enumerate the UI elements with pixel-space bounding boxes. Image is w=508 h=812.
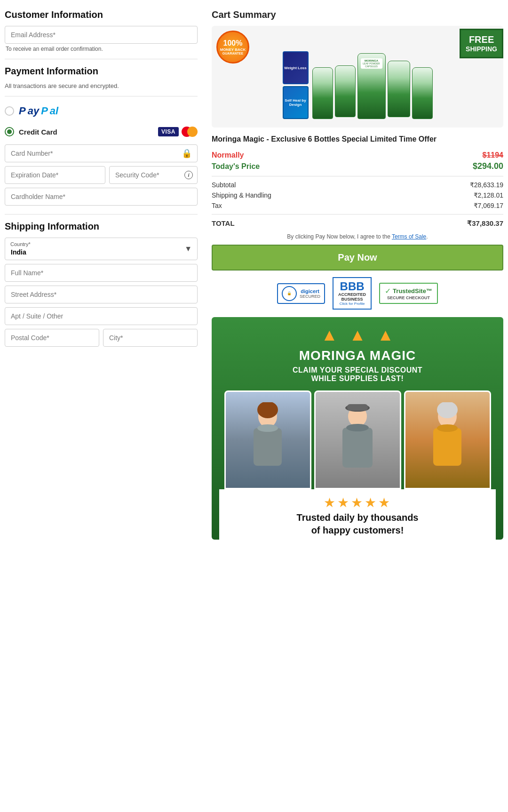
pay-now-button[interactable]: Pay Now xyxy=(212,245,503,271)
svg-point-11 xyxy=(437,424,458,432)
street-field[interactable] xyxy=(5,286,198,303)
credit-card-option[interactable]: Credit Card VISA xyxy=(5,125,198,139)
trusted-site-sub: SECURE CHECKOUT xyxy=(385,295,432,300)
right-column: Cart Summary 100% MONEY BACK GUARANTEE F… xyxy=(207,9,503,540)
email-field[interactable] xyxy=(5,26,198,44)
arrow-up-3: ▲ xyxy=(377,326,394,343)
visa-icon: VISA xyxy=(158,127,179,136)
digicert-badge: 🔒 digicert SECURED xyxy=(277,283,325,304)
subtotal-value: ₹28,633.19 xyxy=(470,181,503,189)
email-hint: To receive an email order confirmation. xyxy=(5,46,198,52)
stars: ★★★★★ xyxy=(223,495,492,510)
bbb-inner: BBB ACCREDITEDBUSINESS Click for Profile xyxy=(333,277,372,310)
shipping-info-title: Shipping Information xyxy=(5,221,198,232)
woman2-svg xyxy=(424,402,471,478)
promo-photo-man xyxy=(314,390,401,489)
bottle-side-2 xyxy=(412,67,433,119)
postal-city-row xyxy=(5,329,198,347)
normally-price: $1194 xyxy=(483,151,504,159)
paypal-logo: PayPal xyxy=(19,105,58,117)
arrow-up-1: ▲ xyxy=(321,326,338,343)
bottle-side-1 xyxy=(388,61,410,117)
total-label: TOTAL xyxy=(212,219,235,228)
country-label: Country* xyxy=(5,238,36,247)
svg-rect-8 xyxy=(347,404,368,411)
free-shipping-badge: FREE SHIPPING xyxy=(460,29,503,58)
promo-title: MORINGA MAGIC xyxy=(219,348,496,363)
promo-arrows: ▲ ▲ ▲ xyxy=(219,326,496,343)
digicert-inner: 🔒 digicert SECURED xyxy=(277,283,325,304)
bottle-label: MORINGA LEAF POWDER CAPSULES xyxy=(361,58,382,69)
bbb-label: ACCREDITEDBUSINESS xyxy=(338,292,366,302)
product-title: Moringa Magic - Exclusive 6 Bottles Spec… xyxy=(212,134,503,144)
cvv-info-icon[interactable]: i xyxy=(184,171,193,179)
expiry-field[interactable] xyxy=(5,166,105,184)
card-icons: VISA xyxy=(158,127,198,137)
street-wrap xyxy=(5,286,198,303)
bottle-back-2 xyxy=(335,65,356,117)
normally-label: Normally xyxy=(212,151,244,159)
digicert-label: digicert xyxy=(300,288,320,294)
credit-card-radio[interactable] xyxy=(5,127,14,136)
apt-field[interactable] xyxy=(5,307,198,325)
tax-row: Tax ₹7,069.17 xyxy=(212,202,503,209)
summary-divider-2 xyxy=(212,214,503,215)
credit-card-label: Credit Card xyxy=(19,128,153,136)
subtotal-label: Subtotal xyxy=(212,181,236,189)
today-label: Today's Price xyxy=(212,162,260,171)
full-name-wrap xyxy=(5,264,198,282)
trusted-site-badge: ✓ TrustedSite™ SECURE CHECKOUT xyxy=(379,283,438,304)
product-bottles: Weight Loss Self Heal by Design MORINGA … xyxy=(220,34,495,119)
payment-subtitle: All transactions are secure and encrypte… xyxy=(5,82,198,89)
paypal-option[interactable]: PayPal xyxy=(5,103,198,119)
divider-2 xyxy=(5,96,198,96)
money-back-badge: 100% MONEY BACK GUARANTEE xyxy=(216,31,249,64)
svg-point-6 xyxy=(346,424,369,431)
promo-photo-woman1-placeholder xyxy=(226,392,310,488)
total-row: TOTAL ₹37,830.37 xyxy=(212,219,503,228)
promo-subtitle: CLAIM YOUR SPECIAL DISCOUNTWHILE SUPPLIE… xyxy=(219,366,496,383)
promo-banner: ▲ ▲ ▲ MORINGA MAGIC CLAIM YOUR SPECIAL D… xyxy=(212,317,503,540)
paypal-logo-text2: al xyxy=(50,105,58,117)
cardholder-field[interactable] xyxy=(5,188,198,206)
digicert-sub: SECURED xyxy=(300,294,320,299)
subtotal-row: Subtotal ₹28,633.19 xyxy=(212,181,503,189)
promo-photos xyxy=(219,390,496,489)
total-value: ₹37,830.37 xyxy=(467,219,503,228)
paypal-logo-text: ay xyxy=(28,105,39,117)
payment-info-title: Payment Information xyxy=(5,66,198,77)
bbb-badge: BBB ACCREDITEDBUSINESS Click for Profile xyxy=(333,277,372,310)
terms-of-sale-link[interactable]: Terms of Sale xyxy=(392,233,426,240)
promo-photo-woman2 xyxy=(404,390,491,489)
cart-title: Cart Summary xyxy=(212,9,503,20)
expiry-cvv-row: i xyxy=(5,166,198,184)
bbb-logo: BBB xyxy=(338,281,366,292)
product-books: Weight Loss Self Heal by Design xyxy=(283,51,309,119)
apt-wrap xyxy=(5,307,198,325)
divider-1 xyxy=(5,59,198,59)
bbb-sub: Click for Profile xyxy=(338,302,366,306)
left-column: Customer Information To receive an email… xyxy=(5,9,207,540)
card-number-wrap: 🔒 xyxy=(5,144,198,162)
mastercard-icon xyxy=(182,127,198,137)
postal-field[interactable] xyxy=(5,329,99,347)
city-field[interactable] xyxy=(103,329,198,347)
card-number-field[interactable] xyxy=(5,144,198,162)
customer-info-title: Customer Information xyxy=(5,9,198,20)
promo-photo-woman2-placeholder xyxy=(405,392,490,488)
paypal-radio[interactable] xyxy=(5,106,14,116)
digicert-circle: 🔒 xyxy=(282,286,297,301)
shipping-text: SHIPPING xyxy=(466,45,497,53)
book1: Weight Loss xyxy=(283,51,309,84)
bottle-main: MORINGA LEAF POWDER CAPSULES xyxy=(357,53,386,119)
paypal-logo-p1: P xyxy=(19,106,26,116)
shipping-row: Shipping & Handling ₹2,128.01 xyxy=(212,191,503,199)
divider-3 xyxy=(5,214,198,215)
money-back-label: MONEY BACK xyxy=(220,48,246,52)
trusted-site-label: TrustedSite™ xyxy=(393,287,432,295)
man-svg xyxy=(334,402,381,478)
digicert-text-area: digicert SECURED xyxy=(300,288,320,299)
full-name-field[interactable] xyxy=(5,264,198,282)
book2: Self Heal by Design xyxy=(283,86,309,119)
lock-icon: 🔒 xyxy=(182,148,192,159)
